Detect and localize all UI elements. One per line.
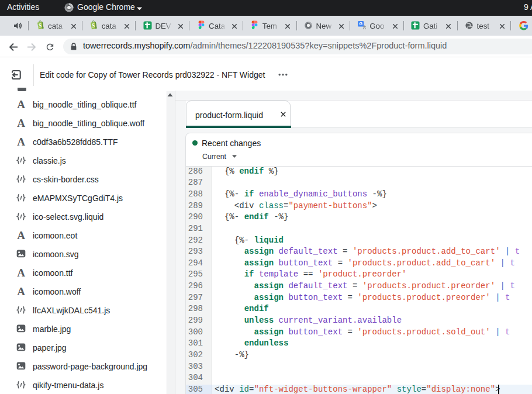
- svg-text:G: G: [359, 21, 362, 26]
- svg-text:S: S: [92, 23, 95, 29]
- svg-text:S: S: [38, 23, 41, 29]
